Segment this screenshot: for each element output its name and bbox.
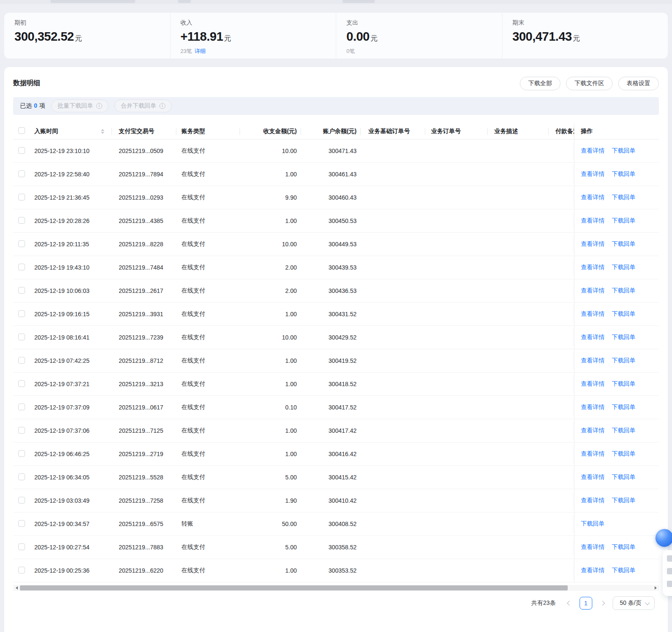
cell-type: 在线支付 <box>176 497 240 504</box>
download-receipt-link[interactable]: 下载回单 <box>612 310 636 318</box>
assistant-robot-icon[interactable] <box>655 529 672 547</box>
expense-count: 0笔 <box>346 48 355 54</box>
income-detail-link[interactable]: 详细 <box>195 48 206 54</box>
download-receipt-link[interactable]: 下载回单 <box>612 404 636 411</box>
download-receipt-link[interactable]: 下载回单 <box>612 473 636 481</box>
row-checkbox[interactable] <box>18 404 25 410</box>
batch-download-receipts-button[interactable]: 批量下载回单i <box>51 100 109 112</box>
view-detail-link[interactable]: 查看详情 <box>581 567 605 574</box>
row-checkbox[interactable] <box>18 450 25 457</box>
download-receipt-link[interactable]: 下载回单 <box>612 170 636 178</box>
row-actions: 查看详情 下载回单 <box>574 139 659 162</box>
view-detail-link[interactable]: 查看详情 <box>581 194 605 201</box>
select-all-checkbox[interactable] <box>18 127 25 134</box>
prev-page-button[interactable] <box>564 598 574 608</box>
scrollbar-thumb[interactable] <box>20 585 568 590</box>
row-checkbox[interactable] <box>18 240 25 247</box>
download-all-button[interactable]: 下载全部 <box>520 77 560 90</box>
row-checkbox[interactable] <box>18 497 25 504</box>
table-settings-button[interactable]: 表格设置 <box>618 77 659 90</box>
row-checkbox[interactable] <box>18 380 25 387</box>
scrollbar-left-arrow-icon[interactable] <box>13 585 20 591</box>
table-row: 2025-12-19 06:46:25 20251219...2719 在线支付… <box>13 443 659 466</box>
row-actions: 查看详情 下载回单 <box>574 443 659 465</box>
row-checkbox[interactable] <box>18 147 25 154</box>
download-receipt-link[interactable]: 下载回单 <box>612 427 636 434</box>
row-checkbox[interactable] <box>18 194 25 200</box>
view-detail-link[interactable]: 查看详情 <box>581 497 605 504</box>
cell-type: 在线支付 <box>176 473 240 481</box>
download-receipt-link[interactable]: 下载回单 <box>612 147 636 155</box>
row-checkbox[interactable] <box>18 543 25 550</box>
row-checkbox[interactable] <box>18 473 25 480</box>
view-detail-link[interactable]: 查看详情 <box>581 240 605 248</box>
next-page-button[interactable] <box>597 598 608 608</box>
col-header-order-no: 业务订单号 <box>425 128 488 135</box>
assistant-menu-item-icon[interactable] <box>667 568 672 574</box>
download-receipt-link[interactable]: 下载回单 <box>612 194 636 201</box>
view-detail-link[interactable]: 查看详情 <box>581 427 605 434</box>
row-checkbox[interactable] <box>18 427 25 434</box>
row-checkbox[interactable] <box>18 334 25 340</box>
col-header-time: 入账时间 <box>31 128 112 135</box>
view-detail-link[interactable]: 查看详情 <box>581 264 605 271</box>
total-count: 共有23条 <box>531 599 556 607</box>
download-receipt-link[interactable]: 下载回单 <box>612 380 636 388</box>
row-checkbox[interactable] <box>18 287 25 294</box>
download-receipt-link[interactable]: 下载回单 <box>612 450 636 458</box>
download-receipt-link[interactable]: 下载回单 <box>581 520 605 528</box>
view-detail-link[interactable]: 查看详情 <box>581 473 605 481</box>
row-checkbox[interactable] <box>18 567 25 574</box>
view-detail-link[interactable]: 查看详情 <box>581 404 605 411</box>
view-detail-link[interactable]: 查看详情 <box>581 147 605 155</box>
assistant-menu-panel[interactable] <box>663 550 672 596</box>
row-checkbox[interactable] <box>18 357 25 364</box>
col-header-trade-no: 支付宝交易号 <box>112 128 176 135</box>
horizontal-scrollbar[interactable] <box>13 585 659 591</box>
top-edge-artifact <box>343 0 375 3</box>
cell-trade-no: 20251219...7894 <box>112 171 176 178</box>
row-checkbox[interactable] <box>18 170 25 177</box>
view-detail-link[interactable]: 查看详情 <box>581 217 605 225</box>
cell-amount: 1.00 <box>240 357 301 364</box>
assistant-widget[interactable] <box>655 529 672 596</box>
view-detail-link[interactable]: 查看详情 <box>581 380 605 388</box>
row-checkbox[interactable] <box>18 217 25 224</box>
download-receipt-link[interactable]: 下载回单 <box>612 357 636 365</box>
download-receipt-link[interactable]: 下载回单 <box>612 567 636 574</box>
table-row: 2025-12-19 08:16:41 20251219...7239 在线支付… <box>13 326 659 349</box>
download-receipt-link[interactable]: 下载回单 <box>612 334 636 341</box>
download-receipt-link[interactable]: 下载回单 <box>612 217 636 225</box>
page-size-select[interactable]: 50 条/页 <box>613 596 655 610</box>
cell-time: 2025-12-19 00:25:36 <box>31 567 112 574</box>
download-receipt-link[interactable]: 下载回单 <box>612 497 636 504</box>
assistant-menu-item-icon[interactable] <box>667 581 672 587</box>
page-number-button[interactable]: 1 <box>580 597 592 610</box>
row-checkbox[interactable] <box>18 520 25 527</box>
view-detail-link[interactable]: 查看详情 <box>581 310 605 318</box>
download-filezone-button[interactable]: 下载文件区 <box>566 77 613 90</box>
table-row: 2025-12-19 19:43:10 20251219...7484 在线支付… <box>13 256 659 279</box>
sort-icon[interactable] <box>101 129 104 134</box>
download-receipt-link[interactable]: 下载回单 <box>612 240 636 248</box>
cell-type: 在线支付 <box>176 380 240 388</box>
view-detail-link[interactable]: 查看详情 <box>581 287 605 295</box>
summary-closing-balance: 期末 300,471.43元 <box>502 13 668 58</box>
row-checkbox[interactable] <box>18 264 25 270</box>
selection-summary: 已选0项 <box>20 102 45 110</box>
view-detail-link[interactable]: 查看详情 <box>581 357 605 365</box>
view-detail-link[interactable]: 查看详情 <box>581 543 605 551</box>
assistant-menu-item-icon[interactable] <box>667 555 672 562</box>
download-receipt-link[interactable]: 下载回单 <box>612 543 636 551</box>
merge-download-receipts-button[interactable]: 合并下载回单i <box>114 100 172 112</box>
view-detail-link[interactable]: 查看详情 <box>581 450 605 458</box>
cell-balance: 300410.42 <box>301 497 361 504</box>
cell-type: 在线支付 <box>176 170 240 178</box>
summary-label: 期末 <box>513 19 668 27</box>
row-checkbox[interactable] <box>18 310 25 317</box>
view-detail-link[interactable]: 查看详情 <box>581 334 605 341</box>
download-receipt-link[interactable]: 下载回单 <box>612 264 636 271</box>
view-detail-link[interactable]: 查看详情 <box>581 170 605 178</box>
table-row: 2025-12-19 07:42:25 20251219...8712 在线支付… <box>13 349 659 373</box>
download-receipt-link[interactable]: 下载回单 <box>612 287 636 295</box>
